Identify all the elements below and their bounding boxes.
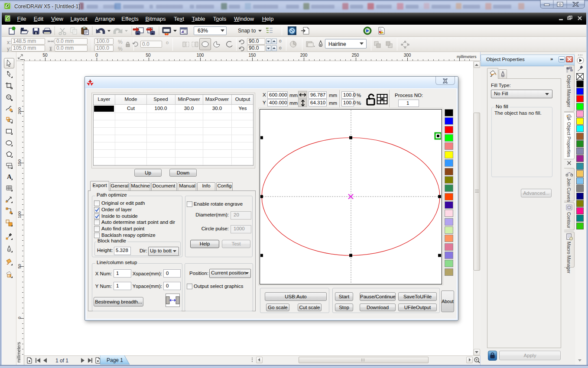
svg-text:A: A: [7, 173, 12, 180]
